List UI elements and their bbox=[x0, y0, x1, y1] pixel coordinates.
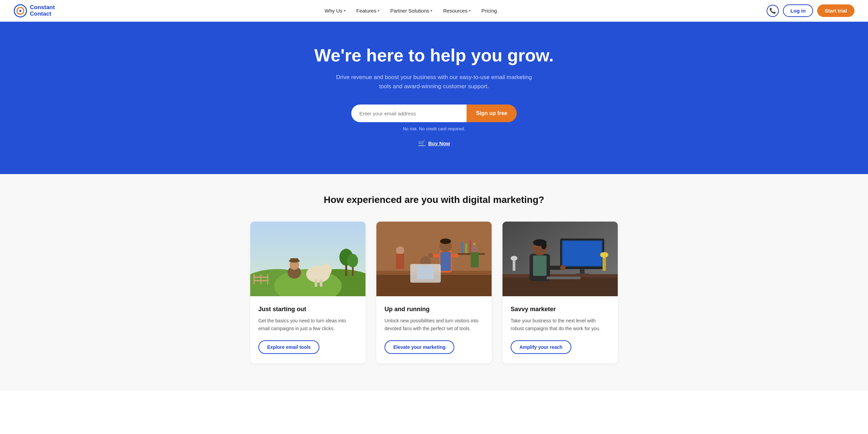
card-up-running: Up and running Unlock new possibilities … bbox=[376, 222, 492, 363]
nav-menu: Why Us ▾ Features ▾ Partner Solutions ▾ … bbox=[324, 8, 497, 14]
svg-rect-13 bbox=[315, 279, 317, 287]
svg-point-40 bbox=[428, 253, 433, 258]
no-risk-text: No risk. No credit card required. bbox=[14, 126, 854, 131]
card-desc-just-starting: Get the basics you need to turn ideas in… bbox=[258, 317, 357, 332]
amplify-reach-button[interactable]: Amplify your reach bbox=[511, 340, 571, 354]
navbar: Constant Contact Why Us ▾ Features ▾ Par… bbox=[0, 0, 868, 22]
chevron-down-icon: ▾ bbox=[431, 9, 432, 13]
card-title-savvy-marketer: Savvy marketer bbox=[511, 306, 610, 313]
svg-rect-8 bbox=[260, 274, 261, 284]
svg-rect-9 bbox=[267, 274, 268, 284]
svg-point-24 bbox=[347, 254, 358, 267]
svg-rect-20 bbox=[290, 258, 298, 262]
card-desc-savvy-marketer: Take your business to the next level wit… bbox=[511, 317, 610, 332]
card-body-up-running: Up and running Unlock new possibilities … bbox=[376, 298, 492, 363]
nav-item-partner-solutions[interactable]: Partner Solutions ▾ bbox=[390, 8, 432, 14]
svg-point-46 bbox=[471, 245, 478, 252]
svg-rect-10 bbox=[253, 277, 269, 278]
svg-rect-38 bbox=[432, 254, 440, 257]
explore-email-tools-button[interactable]: Explore email tools bbox=[258, 340, 319, 354]
svg-rect-30 bbox=[465, 244, 467, 254]
cards-container: Just starting out Get the basics you nee… bbox=[27, 222, 841, 363]
phone-icon: 📞 bbox=[769, 7, 776, 14]
navbar-actions: 📞 Log in Start trial bbox=[767, 4, 854, 17]
elevate-marketing-button[interactable]: Elevate your marketing bbox=[384, 340, 454, 354]
card-image-barber bbox=[376, 222, 492, 296]
svg-rect-65 bbox=[603, 256, 606, 271]
brand-name: Constant Contact bbox=[30, 4, 55, 17]
svg-rect-47 bbox=[471, 252, 479, 267]
svg-rect-14 bbox=[320, 279, 322, 287]
svg-rect-39 bbox=[451, 254, 458, 257]
svg-rect-45 bbox=[396, 254, 404, 269]
nav-item-why-us[interactable]: Why Us ▾ bbox=[324, 8, 346, 14]
nav-item-pricing[interactable]: Pricing bbox=[481, 8, 497, 14]
svg-point-68 bbox=[511, 256, 517, 261]
card-image-farmer bbox=[250, 222, 366, 296]
buy-now-label: Buy Now bbox=[428, 140, 450, 146]
signup-button[interactable]: Sign up free bbox=[467, 105, 517, 122]
svg-rect-43 bbox=[410, 264, 441, 283]
email-input[interactable] bbox=[351, 105, 467, 122]
cart-icon: 🛒 bbox=[418, 139, 426, 147]
svg-point-61 bbox=[541, 241, 547, 249]
svg-rect-58 bbox=[533, 256, 547, 276]
chevron-down-icon: ▾ bbox=[378, 9, 379, 13]
nav-item-features[interactable]: Features ▾ bbox=[356, 8, 379, 14]
card-desc-up-running: Unlock new possibilities and turn visito… bbox=[384, 317, 484, 332]
svg-rect-35 bbox=[440, 252, 451, 271]
signup-form: Sign up free bbox=[14, 105, 854, 122]
hero-section: We're here to help you grow. Drive reven… bbox=[0, 22, 868, 174]
svg-rect-11 bbox=[253, 280, 269, 281]
svg-rect-29 bbox=[461, 242, 463, 254]
card-title-just-starting: Just starting out bbox=[258, 306, 357, 313]
login-button[interactable]: Log in bbox=[783, 4, 813, 17]
hero-title: We're here to help you grow. bbox=[14, 45, 854, 66]
card-savvy-marketer: Savvy marketer Take your business to the… bbox=[502, 222, 618, 363]
svg-rect-52 bbox=[563, 241, 601, 266]
hero-subtitle: Drive revenue and boost your business wi… bbox=[332, 73, 536, 91]
card-body-just-starting: Just starting out Get the basics you nee… bbox=[250, 298, 366, 363]
svg-point-44 bbox=[396, 246, 404, 254]
card-body-savvy-marketer: Savvy marketer Take your business to the… bbox=[502, 298, 618, 363]
svg-point-63 bbox=[560, 265, 566, 270]
logo[interactable]: Constant Contact bbox=[14, 4, 55, 18]
card-title-up-running: Up and running bbox=[384, 306, 484, 313]
experience-section-title: How experienced are you with digital mar… bbox=[27, 194, 841, 205]
svg-point-2 bbox=[19, 10, 21, 12]
chevron-down-icon: ▾ bbox=[469, 9, 471, 13]
chevron-down-icon: ▾ bbox=[344, 9, 346, 13]
svg-rect-64 bbox=[547, 277, 580, 279]
svg-rect-67 bbox=[513, 259, 515, 271]
svg-rect-7 bbox=[254, 274, 255, 284]
phone-button[interactable]: 📞 bbox=[767, 5, 779, 17]
card-image-woman-computer bbox=[502, 222, 618, 296]
start-trial-button[interactable]: Start trial bbox=[817, 4, 854, 17]
svg-point-66 bbox=[600, 252, 608, 258]
experience-section: How experienced are you with digital mar… bbox=[0, 174, 868, 391]
svg-rect-53 bbox=[580, 269, 585, 274]
logo-icon bbox=[14, 4, 27, 18]
card-just-starting: Just starting out Get the basics you nee… bbox=[250, 222, 366, 363]
svg-point-37 bbox=[440, 239, 451, 244]
svg-point-16 bbox=[326, 264, 330, 269]
nav-item-resources[interactable]: Resources ▾ bbox=[443, 8, 471, 14]
buy-now-link[interactable]: 🛒 Buy Now bbox=[418, 139, 450, 147]
svg-rect-31 bbox=[469, 240, 471, 254]
